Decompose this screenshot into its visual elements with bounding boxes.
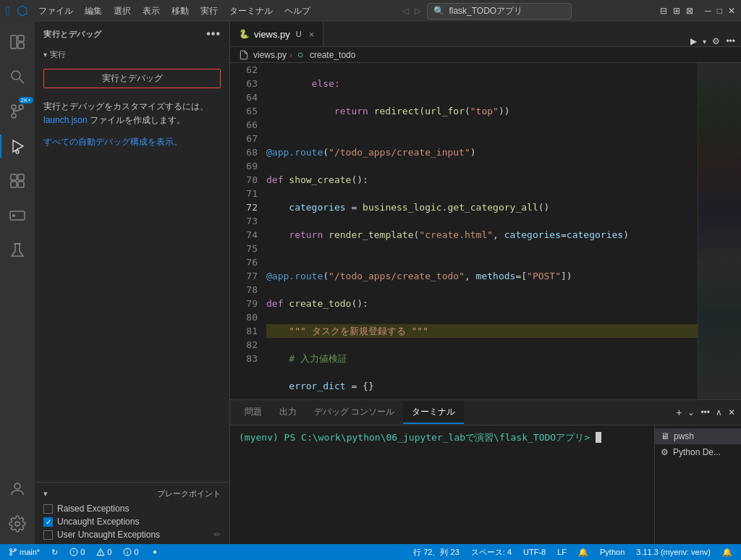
status-bell[interactable]: 🔔 <box>575 548 591 557</box>
breakpoint-raised: Raised Exceptions <box>35 502 229 515</box>
raised-exceptions-checkbox[interactable] <box>43 504 53 514</box>
menu-file[interactable]: ファイル <box>34 4 77 19</box>
svg-rect-12 <box>11 174 17 180</box>
debug-btn[interactable]: ⚙ <box>712 36 720 46</box>
menu-selection[interactable]: 選択 <box>109 4 135 19</box>
menu-run[interactable]: 実行 <box>196 4 222 19</box>
status-sync[interactable]: ↻ <box>48 548 61 557</box>
status-warnings[interactable]: 0 <box>93 548 114 556</box>
terminal-list: 🖥 pwsh ⚙ Python De... <box>654 425 741 544</box>
auto-debug-link[interactable]: すべての自動デバッグ構成を表示。 <box>35 133 229 151</box>
menu-terminal[interactable]: ターミナル <box>225 4 277 19</box>
panel-content: (myenv) PS C:\work\python\06_jupyter_lab… <box>230 425 741 544</box>
activity-test[interactable] <box>0 233 35 268</box>
terminal-main[interactable]: (myenv) PS C:\work\python\06_jupyter_lab… <box>230 425 654 544</box>
status-errors[interactable]: 0 <box>67 548 88 556</box>
breadcrumb-symbol[interactable]: create_todo <box>310 50 355 60</box>
svg-point-21 <box>298 53 302 57</box>
python-version-label: 3.11.3 (myenv: venv) <box>636 548 711 556</box>
status-encoding[interactable]: UTF-8 <box>520 548 549 556</box>
status-position[interactable]: 行 72、列 23 <box>410 547 462 558</box>
menu-go[interactable]: 移動 <box>167 4 193 19</box>
title-bar-menu: ファイル 編集 選択 表示 移動 実行 ターミナル ヘルプ <box>34 4 315 19</box>
run-options-btn[interactable]: ▾ <box>703 38 706 46</box>
breadcrumb-file[interactable]: views.py <box>253 50 287 60</box>
run-btn[interactable]: ▶ <box>690 36 697 46</box>
branch-icon <box>9 548 17 556</box>
status-eol[interactable]: LF <box>554 548 569 556</box>
split-icon[interactable]: ⊞ <box>673 6 680 16</box>
status-language[interactable]: Python <box>597 548 627 556</box>
svg-point-35 <box>153 551 156 553</box>
nav-back[interactable]: ◁ <box>402 6 409 16</box>
status-info[interactable]: 0 <box>120 548 141 556</box>
python-settings-icon: ⚙ <box>661 447 669 457</box>
close-btn[interactable]: ✕ <box>728 6 735 16</box>
activity-explorer[interactable] <box>0 25 35 59</box>
breakpoints-header[interactable]: ▾ ブレークポイント <box>35 485 229 502</box>
svg-point-24 <box>14 549 17 551</box>
breadcrumb: views.py › create_todo <box>230 47 741 63</box>
terminal-prompt: (myenv) PS C:\work\python\06_jupyter_lab… <box>239 432 590 443</box>
panel-tab-terminal[interactable]: ターミナル <box>403 402 464 424</box>
uncaught-exceptions-label: Uncaught Exceptions <box>57 517 139 527</box>
minimap <box>698 63 741 399</box>
status-notifications[interactable]: 🔔 <box>719 548 735 557</box>
svg-point-23 <box>10 553 12 556</box>
code-content[interactable]: else: return redirect(url_for("top")) @a… <box>263 63 698 399</box>
nav-forward[interactable]: ▷ <box>415 6 421 16</box>
panel-tab-output[interactable]: 出力 <box>271 402 305 424</box>
activity-account[interactable] <box>0 472 35 506</box>
panel-up-btn[interactable]: ∧ <box>716 407 722 417</box>
status-branch[interactable]: main* <box>6 548 43 556</box>
panel-close-btn[interactable]: ✕ <box>728 407 735 417</box>
edit-icon[interactable]: ✏ <box>213 530 221 540</box>
activity-source-control[interactable]: 2K+ <box>0 94 35 129</box>
status-python-version[interactable]: 3.11.3 (myenv: venv) <box>633 548 714 556</box>
terminal-item-pwsh[interactable]: 🖥 pwsh <box>655 428 741 444</box>
svg-point-5 <box>12 105 16 109</box>
status-spaces[interactable]: スペース: 4 <box>468 547 515 558</box>
status-debug[interactable] <box>148 548 162 556</box>
panel-tab-problems[interactable]: 問題 <box>236 402 271 424</box>
panel-options-btn[interactable]: ⌄ <box>687 407 695 417</box>
menu-help[interactable]: ヘルプ <box>280 4 315 19</box>
layout-icon[interactable]: ⊟ <box>660 6 667 16</box>
panel-more-btn[interactable]: ••• <box>700 407 710 417</box>
terminal-item-python[interactable]: ⚙ Python De... <box>655 444 741 460</box>
code-editor: 6263646566 6768697071 727374 7576777879 … <box>230 63 741 399</box>
tab-close-btn[interactable]: × <box>309 29 315 40</box>
more-btn[interactable]: ••• <box>726 36 735 46</box>
sidebar-menu-dots[interactable]: ••• <box>206 27 221 41</box>
svg-point-6 <box>19 105 23 109</box>
notification-icon: 🔔 <box>722 548 732 557</box>
activity-search[interactable] <box>0 59 35 94</box>
activity-extensions[interactable] <box>0 164 35 198</box>
svg-point-19 <box>14 483 20 489</box>
grid-icon[interactable]: ⊠ <box>686 6 693 16</box>
launch-json-link[interactable]: launch.json <box>43 115 88 125</box>
new-terminal-btn[interactable]: + <box>676 407 682 418</box>
user-uncaught-checkbox[interactable] <box>43 530 53 540</box>
status-left: main* ↻ 0 0 0 <box>6 548 162 557</box>
activity-remote[interactable] <box>0 198 35 233</box>
breakpoint-user-uncaught: User Uncaught Exceptions ✏ <box>35 528 229 541</box>
run-debug-button[interactable]: 実行とデバッグ <box>43 69 221 88</box>
maximize-btn[interactable]: □ <box>717 6 722 16</box>
pwsh-icon: 🖥 <box>661 431 669 441</box>
uncaught-exceptions-checkbox[interactable]: ✓ <box>43 517 53 527</box>
title-bar:  ⬡ ファイル 編集 選択 表示 移動 実行 ターミナル ヘルプ ◁ ▷ 🔍 … <box>0 0 741 22</box>
minimize-btn[interactable]: ─ <box>705 6 711 16</box>
panel-tab-actions: + ⌄ ••• ∧ ✕ <box>676 407 735 418</box>
editor-tab-views-py[interactable]: 🐍 views.py U × <box>230 22 323 46</box>
warning-count: 0 <box>107 548 111 556</box>
customize-text: 実行とデバッグをカスタマイズするには、 launch.json ファイルを作成し… <box>35 94 229 133</box>
activity-settings[interactable] <box>0 506 35 541</box>
search-bar[interactable]: 🔍 flask_TODOアプリ <box>427 3 572 20</box>
sidebar: 実行とデバッグ ••• ▾ 実行 実行とデバッグ 実行とデバッグをカスタマイズす… <box>35 22 230 544</box>
panel-tab-debug-console[interactable]: デバッグ コンソール <box>305 402 403 424</box>
menu-edit[interactable]: 編集 <box>80 4 106 19</box>
activity-run-debug[interactable] <box>0 129 35 164</box>
run-section[interactable]: ▾ 実行 <box>35 46 229 63</box>
menu-view[interactable]: 表示 <box>138 4 164 19</box>
